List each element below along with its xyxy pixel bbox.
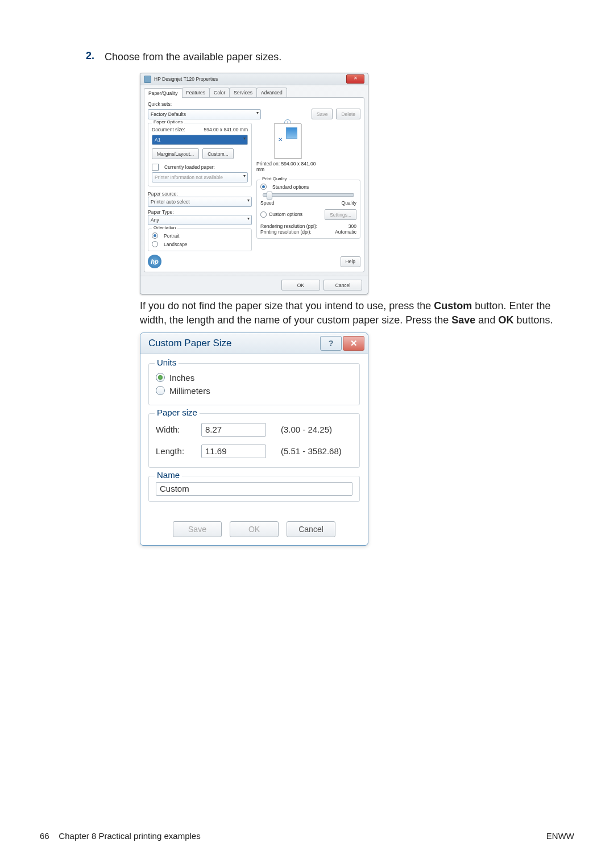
delete-button[interactable]: Delete xyxy=(336,109,360,119)
units-group: Units Inches Millimeters xyxy=(148,363,360,405)
quality-slider[interactable] xyxy=(263,193,354,197)
name-group: Name Custom xyxy=(148,476,360,502)
footer-right: ENWW xyxy=(546,831,574,841)
cancel-button[interactable]: Cancel xyxy=(323,280,362,290)
inches-label: Inches xyxy=(169,373,194,383)
custom-save-button[interactable]: Save xyxy=(173,521,222,537)
length-input[interactable]: 11.69 xyxy=(201,445,266,458)
tab-services[interactable]: Services xyxy=(229,88,257,97)
custom-options-label: Custom options xyxy=(269,211,302,217)
millimeters-radio[interactable] xyxy=(156,386,165,395)
standard-options-label: Standard options xyxy=(272,184,309,190)
footer-left: 66 Chapter 8 Practical printing examples xyxy=(40,831,201,841)
paper-type-label: Paper Type: xyxy=(148,209,252,215)
render-res-value: 300 xyxy=(349,223,356,229)
custom-paper-size-dialog: Custom Paper Size ? ✕ Units Inches Milli… xyxy=(140,333,368,546)
tab-strip: Paper/Quality Features Color Services Ad… xyxy=(140,85,368,97)
tab-color[interactable]: Color xyxy=(209,88,230,97)
landscape-radio[interactable] xyxy=(152,241,158,247)
orientation-group: Orientation Portrait Landscape xyxy=(148,229,252,251)
tab-paper-quality[interactable]: Paper/Quality xyxy=(144,88,182,98)
tab-advanced[interactable]: Advanced xyxy=(256,88,287,97)
speed-label: Speed xyxy=(260,200,275,206)
orientation-legend: Orientation xyxy=(152,225,177,230)
paper-options-legend: Paper Options xyxy=(152,119,184,124)
custom-cancel-button[interactable]: Cancel xyxy=(287,521,335,537)
app-icon xyxy=(144,76,151,83)
quick-sets-label: Quick sets: xyxy=(148,101,360,107)
doc-size-value: 594.00 x 841.00 mm xyxy=(204,127,248,132)
dialog-title: HP Designjet T120 Properties xyxy=(154,76,346,82)
width-range: (3.00 - 24.25) xyxy=(281,425,332,434)
loaded-paper-info: Printer Information not available xyxy=(152,172,248,182)
portrait-label: Portrait xyxy=(164,233,179,239)
width-label: Width: xyxy=(156,425,201,434)
standard-options-radio[interactable] xyxy=(260,184,267,190)
printed-on-label: Printed on: 594.00 x 841.00 mm xyxy=(256,161,319,172)
paper-size-group: Paper size Width:8.27(3.00 - 24.25) Leng… xyxy=(148,413,360,468)
length-range: (5.51 - 3582.68) xyxy=(281,446,342,456)
quality-label: Quality xyxy=(342,200,356,206)
length-label: Length: xyxy=(156,446,201,456)
render-res-label: Rendering resolution (ppi): xyxy=(260,223,317,229)
print-quality-group: Print Quality Standard options SpeedQual… xyxy=(256,180,360,239)
paper-size-select[interactable]: A1 xyxy=(152,135,248,145)
name-input[interactable]: Custom xyxy=(156,482,352,496)
print-quality-legend: Print Quality xyxy=(260,176,289,181)
print-res-label: Printing resolution (dpi): xyxy=(260,229,312,235)
close-icon[interactable]: ✕ xyxy=(343,336,364,351)
step-text: Choose from the available paper sizes. xyxy=(105,50,281,64)
loaded-paper-label: Currently loaded paper: xyxy=(164,164,215,170)
paper-type-select[interactable]: Any xyxy=(148,215,252,225)
settings-button[interactable]: Settings... xyxy=(325,209,356,220)
portrait-radio[interactable] xyxy=(152,232,158,239)
refresh-icon[interactable] xyxy=(152,164,159,171)
inches-radio[interactable] xyxy=(156,373,165,382)
tab-features[interactable]: Features xyxy=(182,88,210,97)
paper-options-group: Paper Options Document size:594.00 x 841… xyxy=(148,123,252,186)
custom-options-radio[interactable] xyxy=(260,211,267,218)
custom-dialog-title: Custom Paper Size xyxy=(144,338,319,349)
paper-size-legend: Paper size xyxy=(155,408,200,417)
landscape-label: Landscape xyxy=(164,242,188,247)
printer-properties-dialog: HP Designjet T120 Properties ✕ Paper/Qua… xyxy=(140,73,368,294)
name-legend: Name xyxy=(155,470,182,480)
quick-sets-select[interactable]: Factory Defaults xyxy=(148,109,261,119)
doc-size-label: Document size: xyxy=(152,127,185,132)
custom-ok-button[interactable]: OK xyxy=(230,521,279,537)
close-icon[interactable]: ✕ xyxy=(346,74,364,84)
millimeters-label: Millimeters xyxy=(169,386,210,396)
units-legend: Units xyxy=(155,358,179,367)
paper-source-label: Paper source: xyxy=(148,191,252,197)
help-icon[interactable]: ? xyxy=(320,336,342,351)
help-button[interactable]: Help xyxy=(341,256,360,267)
margins-layout-button[interactable]: Margins/Layout... xyxy=(152,148,199,159)
step-number: 2. xyxy=(80,50,94,64)
custom-button[interactable]: Custom... xyxy=(202,148,233,159)
paper-source-select[interactable]: Printer auto select xyxy=(148,197,252,207)
preview-image xyxy=(274,123,301,159)
width-input[interactable]: 8.27 xyxy=(201,423,266,437)
print-res-value: Automatic xyxy=(335,229,356,235)
ok-button[interactable]: OK xyxy=(281,280,320,290)
hp-logo-icon: hp xyxy=(148,255,161,268)
page-preview: i Printed on: 594.00 x 841.00 mm xyxy=(256,119,319,176)
save-button[interactable]: Save xyxy=(312,109,333,119)
instruction-paragraph: If you do not find the paper size that y… xyxy=(140,299,574,327)
